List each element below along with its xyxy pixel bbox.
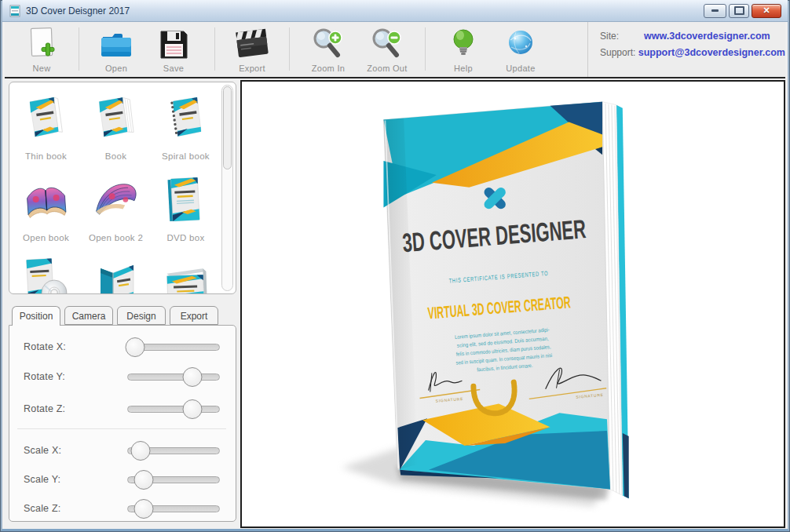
rotate-y-slider[interactable] <box>127 373 220 381</box>
template-label: Open book 2 <box>81 233 151 242</box>
toolbar-separator <box>289 27 290 71</box>
slider-handle[interactable] <box>133 499 153 519</box>
title-bar[interactable]: 3D Cover Deisgner 2017 ✕ <box>2 0 788 22</box>
template-item-thin-book[interactable]: Thin book <box>11 87 81 169</box>
template-item-book[interactable]: Book <box>81 87 151 169</box>
new-document-icon <box>9 25 75 62</box>
app-icon <box>9 5 21 17</box>
scale-x-slider[interactable] <box>127 447 220 454</box>
update-button[interactable]: Update <box>488 25 554 75</box>
contact-info: Site: www.3dcoverdesigner.com Support: s… <box>587 22 785 77</box>
thin-book-thumbnail-icon <box>11 87 81 153</box>
help-bulb-icon <box>430 25 496 62</box>
scrollbar-thumb[interactable] <box>223 86 232 169</box>
minimize-icon <box>711 9 719 12</box>
slider-group-divider <box>17 428 226 429</box>
tab-design[interactable]: Design <box>117 306 166 325</box>
template-label: Thin book <box>11 151 81 161</box>
maximize-button[interactable] <box>729 4 749 18</box>
scale-y-row: Scale Y: <box>9 472 236 486</box>
save-floppy-icon <box>141 25 207 62</box>
zoom-out-icon <box>354 25 420 62</box>
slider-handle[interactable] <box>183 367 203 387</box>
support-link[interactable]: support@3dcoverdesigner.com <box>638 47 785 58</box>
template-item-dvd-box[interactable]: DVD box <box>151 169 221 250</box>
template-label: DVD box <box>151 233 221 242</box>
template-item-dvd-disc[interactable] <box>11 250 81 294</box>
zoom-out-button[interactable]: Zoom Out <box>354 25 420 75</box>
tab-export[interactable]: Export <box>170 306 218 325</box>
tab-camera[interactable]: Camera <box>64 306 113 325</box>
toolbar-separator <box>214 27 215 71</box>
update-globe-icon <box>488 25 554 62</box>
toolbar: New Open <box>5 22 785 78</box>
open-folder-icon <box>83 25 149 62</box>
position-panel: Rotate X: Rotate Y: Rotate Z: Scale X: <box>9 325 236 522</box>
scale-z-label: Scale Z: <box>24 503 60 514</box>
dvd-disc-thumbnail-icon <box>11 250 81 294</box>
rotate-z-slider[interactable] <box>127 406 220 413</box>
tab-position[interactable]: Position <box>12 306 60 326</box>
minimize-button[interactable] <box>704 4 726 18</box>
scale-x-row: Scale X: <box>9 443 236 457</box>
help-button[interactable]: Help <box>430 25 496 75</box>
book-preview: 3D COVER DESIGNER THIS CERTIFICATE IS PR… <box>242 82 784 527</box>
save-button[interactable]: Save <box>141 25 207 75</box>
rotate-y-row: Rotate Y: <box>9 370 236 384</box>
settings-tabs: Position Camera Design Export <box>12 306 218 326</box>
app-window: 3D Cover Deisgner 2017 ✕ New <box>0 0 790 532</box>
book-thumbnail-icon <box>81 87 151 153</box>
slider-handle[interactable] <box>126 337 145 357</box>
toolbar-separator <box>425 27 426 71</box>
export-clapperboard-icon <box>219 25 285 62</box>
template-item-flat-box[interactable] <box>151 250 221 294</box>
support-label: Support: <box>600 47 638 58</box>
dvd-box-thumbnail-icon <box>151 169 221 235</box>
slider-handle[interactable] <box>133 470 153 490</box>
open-book-2-thumbnail-icon <box>81 169 151 235</box>
main-area: Thin book <box>5 80 785 529</box>
toolbar-separator <box>79 27 79 71</box>
rotate-x-row: Rotate X: <box>9 340 236 354</box>
maximize-icon <box>734 6 744 15</box>
rotate-z-label: Rotate Z: <box>24 403 65 414</box>
rotate-x-label: Rotate X: <box>24 341 66 352</box>
template-item-open-book[interactable]: Open book <box>11 169 81 250</box>
zoom-in-button[interactable]: Zoom In <box>295 25 361 75</box>
export-button[interactable]: Export <box>219 25 285 75</box>
preview-canvas[interactable]: 3D COVER DESIGNER THIS CERTIFICATE IS PR… <box>240 80 785 528</box>
template-item-open-book-2[interactable]: Open book 2 <box>81 169 151 250</box>
scale-x-label: Scale X: <box>24 445 61 456</box>
template-panel: Thin book <box>9 82 236 294</box>
template-item-open-case[interactable] <box>81 250 151 294</box>
rotate-x-slider[interactable] <box>127 344 220 351</box>
template-scrollbar[interactable] <box>221 85 233 291</box>
rotate-z-row: Rotate Z: <box>9 402 236 416</box>
site-label: Site: <box>600 31 644 42</box>
book-front-cover <box>383 102 609 490</box>
open-button[interactable]: Open <box>83 25 149 75</box>
flat-box-thumbnail-icon <box>151 250 221 294</box>
template-item-spiral-book[interactable]: Spiral book <box>151 87 221 169</box>
zoom-in-icon <box>295 25 361 62</box>
scale-y-label: Scale Y: <box>24 474 60 485</box>
template-label: Spiral book <box>151 151 221 161</box>
new-button[interactable]: New <box>9 25 75 75</box>
rotate-y-label: Rotate Y: <box>24 371 65 382</box>
slider-handle[interactable] <box>183 399 203 419</box>
site-link[interactable]: www.3dcoverdesigner.com <box>644 31 770 42</box>
open-book-thumbnail-icon <box>11 169 81 235</box>
open-case-thumbnail-icon <box>81 250 151 294</box>
template-label: Open book <box>11 233 81 242</box>
scale-y-slider[interactable] <box>127 476 220 483</box>
window-title: 3D Cover Deisgner 2017 <box>26 5 130 16</box>
slider-handle[interactable] <box>131 441 151 461</box>
template-label: Book <box>81 151 151 161</box>
close-icon: ✕ <box>763 6 770 15</box>
spiral-book-thumbnail-icon <box>151 87 221 153</box>
scale-z-slider[interactable] <box>127 505 220 512</box>
scale-z-row: Scale Z: <box>9 501 236 516</box>
close-button[interactable]: ✕ <box>752 4 781 18</box>
